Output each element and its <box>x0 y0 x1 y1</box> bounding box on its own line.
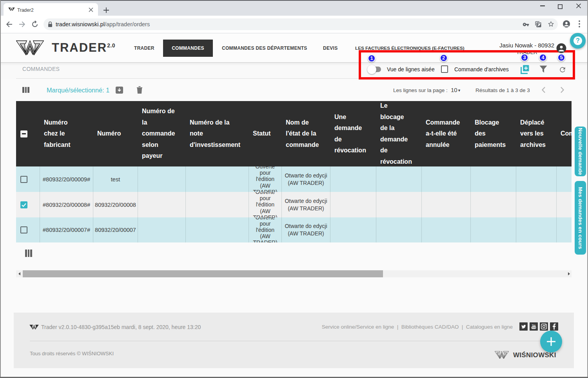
svg-text:You: You <box>532 324 536 326</box>
svg-text:Tube: Tube <box>531 326 536 329</box>
